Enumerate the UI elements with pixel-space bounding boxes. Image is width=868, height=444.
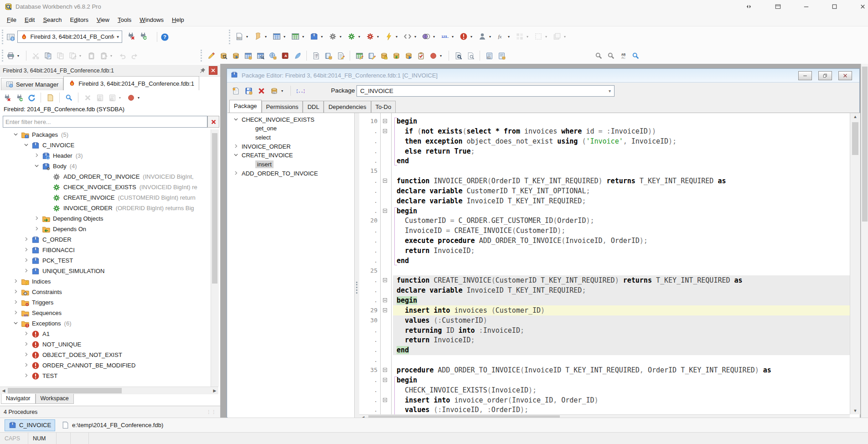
fold-marker-icon[interactable] [383,368,387,372]
globe-db-icon[interactable] [268,51,278,61]
chevron-right-icon[interactable] [23,362,31,369]
fold-marker-icon[interactable] [383,129,387,133]
editor-title-bar[interactable]: Package Editor: Firebird 3, 64bit:2014_F… [227,69,859,83]
db-export-icon[interactable] [231,51,241,61]
minimize-button[interactable] [797,0,815,13]
scroll-right-icon[interactable]: ▶ [211,387,218,394]
filter-clear-button[interactable] [207,116,219,128]
tree-item[interactable]: PCK_TEST [0,255,211,266]
scissors-icon[interactable] [31,51,41,61]
registration-icon[interactable] [5,31,16,43]
gear-red-icon[interactable] [365,31,375,41]
table-pencil-icon[interactable] [354,51,364,61]
red-dot-icon[interactable] [126,93,136,103]
menu-item-windows[interactable]: Windows [135,15,168,25]
package-member-check_invoice_exists[interactable]: CHECK_INVOICE_EXISTS [233,115,315,124]
scroll-up-icon[interactable]: ▲ [852,113,859,120]
dock-close-button[interactable] [209,66,217,75]
dropdown-arrow-icon[interactable]: ▾ [265,35,269,39]
scrollbar-thumb[interactable] [8,388,122,393]
tree-item[interactable]: NOT_UNIQUE [0,339,211,350]
table-db-icon[interactable] [243,51,253,61]
db-run-icon[interactable] [403,51,413,61]
dropdown-arrow-icon[interactable]: ▾ [321,35,326,39]
paste-icon[interactable] [86,51,96,61]
chevron-down-icon[interactable] [34,163,41,170]
find-gray-icon[interactable] [594,51,604,61]
selection-icon[interactable] [533,31,543,41]
editor-tab-dependencies[interactable]: Dependencies [324,101,371,113]
chevron-right-icon[interactable] [23,351,31,359]
db-lock-icon[interactable] [379,51,389,61]
find-gray-icon[interactable] [606,51,616,61]
dropdown-arrow-icon[interactable]: ▾ [470,35,475,39]
menu-item-edit[interactable]: Edit [21,15,39,25]
package-member-select[interactable]: select [255,133,271,142]
plug-disconnect-icon[interactable] [126,31,136,41]
fold-marker-icon[interactable] [383,278,387,282]
clipboard-check-icon[interactable] [416,51,426,61]
squares-icon[interactable] [515,31,525,41]
sql-pad-icon[interactable]: SQL [484,51,494,61]
redo-icon[interactable] [129,51,140,61]
undo-icon[interactable] [117,51,127,61]
book-db-icon[interactable] [323,51,333,61]
menu-item-editors[interactable]: Editors [66,15,93,25]
tree-item[interactable]: CREATE_INVOICE(CUSTOMERID BigInt) return [0,192,211,203]
package-member-get_one[interactable]: get_one [255,124,277,133]
dropdown-arrow-icon[interactable]: ▾ [340,35,344,39]
dropdown-arrow-icon[interactable]: ▾ [489,35,494,39]
package-member-create_invoice[interactable]: CREATE_INVOICE [233,151,293,160]
new-page-icon[interactable] [231,86,241,96]
copy-edit-icon[interactable] [67,51,78,61]
connection-combobox[interactable]: Firebird 3, 64bit:2014_FB_Confe ▾ [17,31,122,43]
gear-green-icon[interactable] [346,31,356,41]
dropdown-arrow-icon[interactable]: ▾ [527,35,531,39]
db-sql-icon[interactable]: SQL [269,86,279,96]
tree-item[interactable]: OBJECT_DOES_NOT_EXIST [0,350,211,360]
chevron-right-icon[interactable] [34,226,41,233]
tree-item[interactable]: TEST [0,371,211,381]
paste-edit-icon[interactable] [98,51,108,61]
chevron-right-icon[interactable] [13,299,20,306]
workspace-scrollbar[interactable] [861,64,868,418]
db-find2-icon[interactable] [255,51,265,61]
dropdown-arrow-icon[interactable]: ▾ [396,35,400,39]
red-dot-icon[interactable] [428,51,438,61]
scrollbar-thumb[interactable] [862,67,868,222]
fold-marker-icon[interactable] [383,298,387,302]
tree-item[interactable]: FIBONACCI [0,245,211,255]
menu-item-tools[interactable]: Tools [114,15,135,25]
exclamation-icon[interactable] [459,31,469,41]
feather-icon[interactable] [292,51,302,61]
db-import-icon[interactable] [391,51,401,61]
tree-item[interactable]: Depends On [0,224,211,234]
dropdown-arrow-icon[interactable]: ▾ [414,35,419,39]
plug-reconnect-icon[interactable] [14,93,24,103]
chevron-right-icon[interactable] [23,330,31,338]
dropdown-arrow-icon[interactable]: ▾ [440,54,444,58]
db-find-icon[interactable] [218,51,228,61]
tree-item[interactable]: 123Sequences [0,308,211,318]
person-icon[interactable] [477,31,487,41]
dropdown-arrow-icon[interactable]: ▾ [281,89,286,93]
chevron-right-icon[interactable] [23,247,31,254]
code-tags-icon[interactable] [403,31,413,41]
tree-item[interactable]: CHECK_INVOICE_EXISTS(INVOICEID BigInt) r… [0,182,211,192]
tree-item[interactable]: INVOICE_ORDER(ORDERID BigInt) returns Bi… [0,203,211,213]
close-button[interactable] [853,0,868,13]
editor-tab-permissions[interactable]: Permissions [262,101,303,113]
dock-arrows-button[interactable] [739,0,758,13]
editor-restore-button[interactable] [818,71,832,80]
tree-item[interactable]: Body(4) [0,161,211,171]
dropdown-arrow-icon[interactable]: ▾ [508,35,512,39]
tree-item[interactable]: C_INVOICE [0,140,211,150]
package-member-tree[interactable]: CHECK_INVOICE_EXISTSget_oneselectINVOICE… [227,113,354,418]
x-mark-icon[interactable] [83,93,93,103]
dropdown-arrow-icon[interactable]: ▾ [119,96,124,100]
dropdown-arrow-icon[interactable]: ▾ [433,35,438,39]
filter-input[interactable] [3,116,207,128]
dropdown-arrow-icon[interactable]: ▾ [79,54,84,58]
gear-gray-icon[interactable] [328,31,338,41]
magnifier-blue-icon[interactable] [64,93,74,103]
